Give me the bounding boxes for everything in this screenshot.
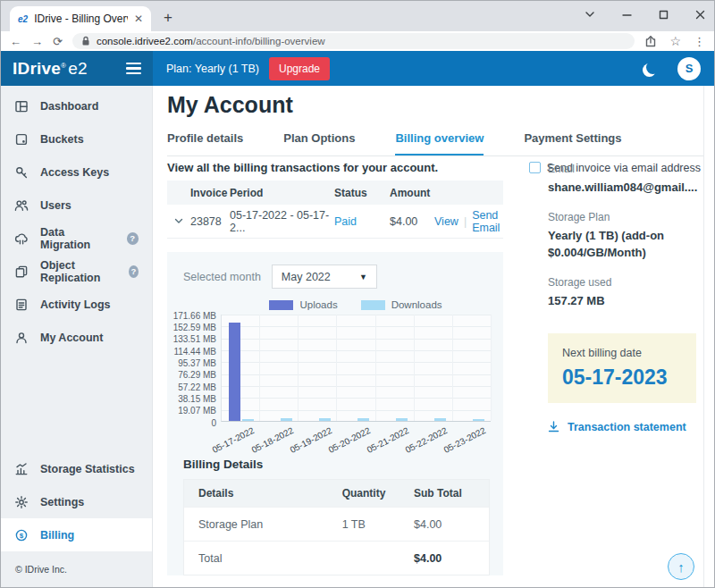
sidebar-item-object-replication[interactable]: Object Replication? [1, 255, 152, 288]
back-icon[interactable]: ← [10, 36, 21, 47]
url-input[interactable]: console.idrivee2.com/account-info/billin… [72, 33, 635, 49]
gridline [222, 410, 491, 411]
window-close-icon[interactable] [695, 10, 705, 20]
account-tabs: Profile detailsPlan OptionsBilling overv… [167, 131, 703, 156]
invoice-table: InvoicePeriodStatusAmount 2387805-17-202… [167, 181, 503, 239]
sidebar-item-label: Users [40, 199, 72, 212]
bar-group-05-23-2022 [453, 419, 492, 421]
sidebar-item-buckets[interactable]: Buckets [1, 122, 152, 155]
email-label: Email [548, 163, 696, 175]
tab-close-icon[interactable]: ✕ [134, 13, 143, 25]
gridline [222, 350, 491, 351]
new-tab-button[interactable]: + [164, 10, 172, 25]
tab-title: IDrive - Billing Overview [34, 13, 128, 25]
uploads-bar [229, 323, 240, 421]
y-tick-label: 171.66 MB [173, 311, 216, 321]
y-tick-label: 38.15 MB [178, 394, 216, 404]
scroll-to-top-button[interactable]: ↑ [668, 553, 694, 580]
transaction-statement-label: Transaction statement [568, 421, 686, 433]
activity-logs-icon [14, 298, 29, 312]
gridline [222, 326, 491, 327]
storage-plan-label: Storage Plan [548, 211, 696, 223]
email-value: shane.william084@gmail.... [548, 180, 696, 197]
y-tick-label: 114.44 MB [173, 347, 216, 357]
access-keys-icon [14, 165, 29, 180]
billing-details-title: Billing Details [183, 458, 503, 471]
avatar[interactable]: S [677, 57, 701, 80]
browser-tab-strip: e2 IDrive - Billing Overview ✕ + [1, 1, 714, 31]
invoice-expand-chevron-icon[interactable] [167, 218, 190, 224]
sidebar-item-label: Dashboard [40, 100, 98, 113]
sidebar-item-storage-statistics[interactable]: Storage Statistics [1, 452, 152, 485]
y-tick-label: 0 [211, 418, 216, 428]
sidebar-nav: DashboardBucketsAccess KeysUsersData Mig… [1, 89, 152, 354]
invoice-actions: View|Send Email [434, 209, 503, 234]
my-account-icon [14, 331, 29, 345]
invoice-send-email-link[interactable]: Send Email [472, 209, 503, 234]
forward-icon[interactable]: → [31, 36, 43, 47]
data-migration-icon [14, 231, 29, 246]
send-invoice-checkbox[interactable] [529, 162, 541, 173]
downloads-bar [242, 419, 254, 421]
gridline-vertical [336, 315, 337, 421]
x-tick-label: 05-21-2022 [366, 425, 411, 455]
gridline [222, 339, 491, 340]
sidebar-item-dashboard[interactable]: Dashboard [1, 89, 152, 122]
invoice-col-header: Status [334, 187, 390, 199]
sidebar: DashboardBucketsAccess KeysUsersData Mig… [1, 86, 153, 587]
help-icon[interactable]: ? [129, 265, 139, 278]
browser-menu-kebab-icon[interactable]: ⋮ [694, 35, 705, 48]
invoice-view-link[interactable]: View [434, 215, 458, 228]
tab-profile-details[interactable]: Profile details [167, 131, 243, 155]
dark-mode-moon-icon[interactable] [646, 61, 660, 74]
billing-details-row: Total$4.00 [184, 541, 489, 575]
tab-payment-settings[interactable]: Payment Settings [524, 131, 621, 155]
billing-col-header: Details [198, 487, 342, 500]
legend-label: Downloads [391, 299, 442, 310]
storage-used-label: Storage used [548, 276, 696, 289]
month-dropdown[interactable]: May 2022 ▼ [272, 265, 377, 289]
invoice-number: 23878 [190, 215, 230, 228]
gridline-vertical [298, 315, 299, 421]
sidebar-item-users[interactable]: Users [1, 189, 152, 222]
bookmark-star-icon[interactable]: ☆ [669, 34, 681, 48]
downloads-bar [434, 418, 446, 421]
chart-legend: UploadsDownloads [208, 299, 503, 310]
invoice-col-header: Invoice [190, 187, 230, 199]
reload-icon[interactable]: ⟳ [53, 36, 63, 47]
invoice-detail-panel: Selected month May 2022 ▼ UploadsDownloa… [167, 252, 503, 575]
download-icon [548, 421, 559, 433]
browser-tab[interactable]: e2 IDrive - Billing Overview ✕ [10, 6, 151, 31]
buckets-icon [14, 132, 29, 147]
sidebar-item-data-migration[interactable]: Data Migration? [1, 222, 152, 255]
share-icon[interactable] [644, 36, 657, 47]
window-menu-chevron-icon[interactable] [585, 11, 595, 18]
upgrade-button[interactable]: Upgrade [269, 57, 330, 80]
url-domain: console.idrivee2.com [97, 36, 193, 46]
browser-address-bar: ← → ⟳ console.idrivee2.com/account-info/… [1, 31, 714, 51]
bar-group-05-22-2022 [415, 418, 453, 421]
page-title: My Account [167, 92, 293, 118]
sidebar-item-my-account[interactable]: My Account [1, 321, 152, 354]
tab-billing-overview[interactable]: Billing overview [395, 131, 484, 155]
help-icon[interactable]: ? [127, 232, 139, 245]
sidebar-item-label: Object Replication [40, 259, 117, 284]
sidebar-item-access-keys[interactable]: Access Keys [1, 155, 152, 189]
gridline [222, 362, 491, 363]
logo-suffix: e2 [68, 59, 88, 78]
window-minimize-icon[interactable] [622, 10, 632, 20]
tab-plan-options[interactable]: Plan Options [283, 131, 355, 155]
legend-swatch [361, 300, 385, 310]
y-tick-label: 76.29 MB [178, 370, 216, 380]
hamburger-menu-icon[interactable] [126, 63, 141, 74]
billing-details-row: Storage Plan1 TB$4.00 [184, 507, 489, 541]
sidebar-item-billing[interactable]: $Billing [1, 518, 152, 551]
window-maximize-icon[interactable] [659, 10, 669, 20]
sidebar-item-activity-logs[interactable]: Activity Logs [1, 288, 152, 321]
billing-row-subtotal: $4.00 [414, 518, 475, 531]
url-path: /account-info/billing-overview [193, 36, 325, 46]
x-tick-label: 05-20-2022 [326, 425, 372, 455]
transaction-statement-link[interactable]: Transaction statement [548, 421, 696, 433]
object-replication-icon [14, 265, 29, 279]
sidebar-item-settings[interactable]: Settings [1, 485, 152, 518]
